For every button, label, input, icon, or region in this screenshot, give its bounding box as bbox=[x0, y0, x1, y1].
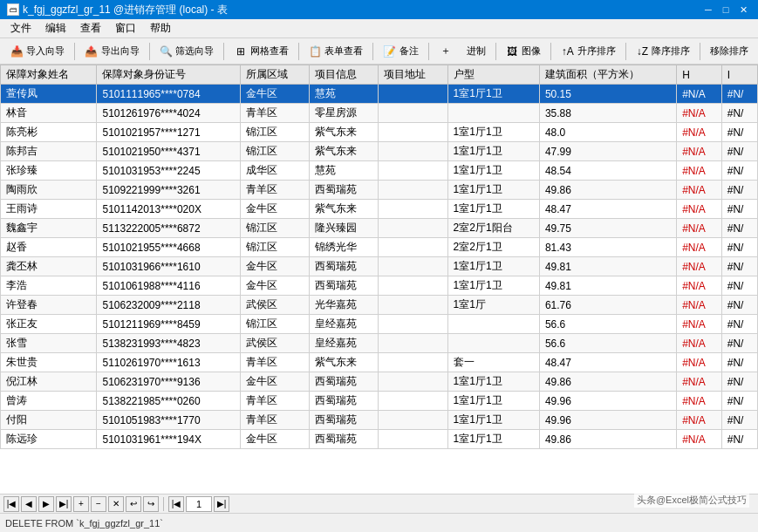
note-button[interactable]: 📝 备注 bbox=[377, 42, 425, 61]
col-header-i[interactable]: I bbox=[721, 65, 757, 85]
menu-window[interactable]: 窗口 bbox=[108, 19, 143, 38]
table-cell: 5106231970****9136 bbox=[97, 372, 240, 392]
menu-view[interactable]: 查看 bbox=[73, 19, 108, 38]
close-button[interactable]: ✕ bbox=[735, 3, 751, 17]
table-cell: 李浩 bbox=[1, 276, 97, 296]
nav-delete-button[interactable]: − bbox=[91, 496, 106, 512]
table-cell: 49.86 bbox=[539, 372, 676, 392]
table-row[interactable]: 张雪5138231993****4823武侯区皇经嘉苑56.6#N/A#N/ bbox=[1, 334, 758, 353]
col-header-project[interactable]: 项目信息 bbox=[310, 65, 379, 85]
table-cell: 35.88 bbox=[539, 104, 676, 123]
table-scroll-area[interactable]: 保障对象姓名 保障对象身份证号 所属区域 项目信息 项目地址 户型 建筑面积（平… bbox=[0, 65, 758, 494]
col-header-type[interactable]: 户型 bbox=[447, 65, 539, 85]
table-row[interactable]: 林音5101261976****4024青羊区零星房源35.88#N/A#N/ bbox=[1, 104, 758, 123]
sort-desc-button[interactable]: ↓Z 降序排序 bbox=[629, 42, 696, 61]
table-row[interactable]: 曾涛5138221985****0260青羊区西蜀瑞苑1室1厅1卫49.96#N… bbox=[1, 392, 758, 411]
table-cell: #N/A bbox=[677, 161, 722, 181]
table-cell: 紫气东来 bbox=[310, 142, 379, 161]
nav-add-button[interactable]: + bbox=[73, 496, 89, 512]
table-row[interactable]: 倪江林5106231970****9136金牛区西蜀瑞苑1室1厅1卫49.86#… bbox=[1, 372, 758, 392]
table-cell: #N/A bbox=[677, 276, 722, 296]
table-row[interactable]: 萱传凤5101111965****0784金牛区慧苑1室1厅1卫50.15#N/… bbox=[1, 85, 758, 104]
table-row[interactable]: 赵香5101021955****4668锦江区锦绣光华2室2厅1卫81.43#N… bbox=[1, 238, 758, 257]
table-cell: #N/ bbox=[721, 104, 757, 123]
table-row[interactable]: 王雨诗5101142013****020X金牛区紫气东来1室1厅1卫48.47#… bbox=[1, 200, 758, 219]
col-header-name[interactable]: 保障对象姓名 bbox=[1, 65, 97, 85]
table-cell: 金牛区 bbox=[240, 372, 309, 392]
table-cell: 5101142013****020X bbox=[97, 200, 240, 219]
table-cell: #N/A bbox=[677, 142, 722, 161]
sort-asc-button[interactable]: ↑A 升序排序 bbox=[555, 42, 622, 61]
col-header-sqm[interactable]: 建筑面积（平方米） bbox=[539, 65, 676, 85]
table-cell: 曾涛 bbox=[1, 392, 97, 411]
col-header-h[interactable]: H bbox=[677, 65, 722, 85]
table-row[interactable]: 陈亮彬5101021957****1271锦江区紫气东来1室1厅1卫48.0#N… bbox=[1, 123, 758, 142]
table-row[interactable]: 魏鑫宇5113222005****6872锦江区隆兴臻园2室2厅1阳台49.75… bbox=[1, 219, 758, 238]
table-cell: 金牛区 bbox=[240, 430, 309, 449]
note-label: 备注 bbox=[399, 44, 419, 58]
menu-edit[interactable]: 编辑 bbox=[38, 19, 73, 38]
col-header-area[interactable]: 所属区域 bbox=[240, 65, 309, 85]
table-cell: 套一 bbox=[447, 353, 539, 372]
add-record-button[interactable]: ＋ bbox=[433, 42, 459, 61]
add-icon: ＋ bbox=[439, 44, 453, 58]
nav-arrow-button[interactable]: ↩ bbox=[126, 496, 141, 512]
nav-prev-button[interactable]: ◀ bbox=[21, 496, 37, 512]
col-header-id[interactable]: 保障对象身份证号 bbox=[97, 65, 240, 85]
nav-page-first-button[interactable]: |◀ bbox=[168, 496, 184, 512]
filter-wizard-button[interactable]: 🔍 筛选向导 bbox=[153, 42, 220, 61]
table-cell: 陈远珍 bbox=[1, 430, 97, 449]
table-cell: 5109221999****3261 bbox=[97, 181, 240, 200]
table-cell: 49.96 bbox=[539, 392, 676, 411]
table-cell: 慧苑 bbox=[310, 85, 379, 104]
table-row[interactable]: 陈远珍5101031961****194X金牛区西蜀瑞苑1室1厅1卫49.86#… bbox=[1, 430, 758, 449]
form-view-button[interactable]: 📋 表单查看 bbox=[302, 42, 369, 61]
nav-refresh-button[interactable]: ↪ bbox=[143, 496, 159, 512]
table-cell bbox=[379, 104, 447, 123]
nav-page-last-button[interactable]: ▶| bbox=[214, 496, 229, 512]
table-row[interactable]: 龚丕林5101031966****1610金牛区西蜀瑞苑1室1厅1卫49.81#… bbox=[1, 257, 758, 276]
grid-view-button[interactable]: ⊞ 网格查看 bbox=[228, 42, 295, 61]
table-row[interactable]: 朱世贵5110261970****1613青羊区紫气东来套一48.47#N/A#… bbox=[1, 353, 758, 372]
remove-sort-button[interactable]: 移除排序 bbox=[704, 42, 755, 60]
sort-desc-icon: ↓Z bbox=[635, 44, 649, 58]
table-row[interactable]: 李浩5101061988****4116金牛区西蜀瑞苑1室1厅1卫49.81#N… bbox=[1, 276, 758, 296]
nav-next-button[interactable]: ▶ bbox=[38, 496, 54, 512]
maximize-button[interactable]: □ bbox=[718, 3, 734, 17]
nav-page-input[interactable] bbox=[186, 496, 212, 512]
table-cell: #N/A bbox=[677, 315, 722, 334]
table-cell: 5101111965****0784 bbox=[97, 85, 240, 104]
table-cell: 锦绣光华 bbox=[310, 238, 379, 257]
table-row[interactable]: 张正友5101211969****8459锦江区皇经嘉苑56.6#N/A#N/ bbox=[1, 315, 758, 334]
table-cell: 49.96 bbox=[539, 411, 676, 430]
menu-file[interactable]: 文件 bbox=[3, 19, 38, 38]
table-cell: 61.76 bbox=[539, 296, 676, 315]
sql-bar: DELETE FROM `k_fgj_ggzfzl_gr_11` bbox=[0, 513, 758, 532]
image-button[interactable]: 🖼 图像 bbox=[499, 42, 547, 61]
table-row[interactable]: 张珍臻5101031953****2245成华区慧苑1室1厅1卫48.54#N/… bbox=[1, 161, 758, 181]
menu-help[interactable]: 帮助 bbox=[143, 19, 178, 38]
table-row[interactable]: 陶雨欣5109221999****3261青羊区西蜀瑞苑1室1厅1卫49.86#… bbox=[1, 181, 758, 200]
table-row[interactable]: 许登春5106232009****2118武侯区光华嘉苑1室1厅61.76#N/… bbox=[1, 296, 758, 315]
table-row[interactable]: 付阳5101051983****1770青羊区西蜀瑞苑1室1厅1卫49.96#N… bbox=[1, 411, 758, 430]
import-wizard-button[interactable]: 📥 导入向导 bbox=[3, 42, 71, 61]
table-cell: 金牛区 bbox=[240, 257, 309, 276]
table-cell: 张珍臻 bbox=[1, 161, 97, 181]
advance-button[interactable]: 进制 bbox=[461, 42, 492, 60]
table-cell: #N/ bbox=[721, 315, 757, 334]
table-cell: 5101031953****2245 bbox=[97, 161, 240, 181]
app-icon: 🗃 bbox=[7, 3, 19, 16]
nav-last-button[interactable]: ▶| bbox=[56, 496, 72, 512]
table-cell: 许登春 bbox=[1, 296, 97, 315]
nav-first-button[interactable]: |◀ bbox=[3, 496, 19, 512]
note-icon: 📝 bbox=[383, 44, 397, 58]
table-row[interactable]: 陈邦吉5101021950****4371锦江区紫气东来1室1厅1卫47.99#… bbox=[1, 142, 758, 161]
table-cell: #N/A bbox=[677, 392, 722, 411]
table-cell: 5113222005****6872 bbox=[97, 219, 240, 238]
filter-wizard-label: 筛选向导 bbox=[175, 44, 214, 58]
nav-undo-button[interactable]: ✕ bbox=[108, 496, 124, 512]
minimize-button[interactable]: ─ bbox=[700, 3, 716, 17]
col-header-address[interactable]: 项目地址 bbox=[379, 65, 447, 85]
export-wizard-button[interactable]: 📤 导出向导 bbox=[79, 42, 146, 61]
table-cell: #N/A bbox=[677, 411, 722, 430]
